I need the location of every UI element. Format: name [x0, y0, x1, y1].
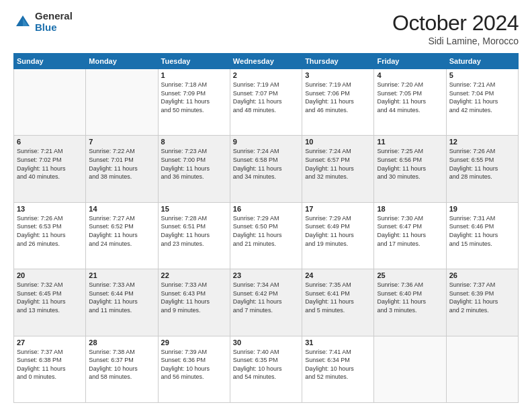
day-info: Sunrise: 7:24 AM Sunset: 6:58 PM Dayligh…	[233, 147, 299, 181]
day-info: Sunrise: 7:23 AM Sunset: 7:00 PM Dayligh…	[161, 147, 227, 181]
table-row: 11Sunrise: 7:25 AM Sunset: 6:56 PM Dayli…	[374, 136, 446, 202]
table-row: 22Sunrise: 7:33 AM Sunset: 6:43 PM Dayli…	[158, 269, 230, 336]
header: General Blue October 2024 Sidi Lamine, M…	[13, 11, 519, 46]
day-number: 8	[161, 138, 227, 146]
table-row: 30Sunrise: 7:40 AM Sunset: 6:35 PM Dayli…	[230, 336, 302, 402]
day-info: Sunrise: 7:35 AM Sunset: 6:41 PM Dayligh…	[305, 281, 371, 314]
day-info: Sunrise: 7:21 AM Sunset: 7:04 PM Dayligh…	[449, 81, 515, 114]
header-row: Sunday Monday Tuesday Wednesday Thursday…	[14, 54, 519, 69]
day-number: 16	[233, 205, 299, 213]
table-row: 9Sunrise: 7:24 AM Sunset: 6:58 PM Daylig…	[230, 136, 302, 202]
day-number: 12	[449, 138, 515, 146]
table-row: 7Sunrise: 7:22 AM Sunset: 7:01 PM Daylig…	[86, 136, 158, 202]
table-row: 14Sunrise: 7:27 AM Sunset: 6:52 PM Dayli…	[86, 202, 158, 269]
table-row: 5Sunrise: 7:21 AM Sunset: 7:04 PM Daylig…	[446, 69, 518, 136]
calendar-row: 27Sunrise: 7:37 AM Sunset: 6:38 PM Dayli…	[14, 336, 519, 402]
col-tuesday: Tuesday	[158, 54, 230, 69]
day-info: Sunrise: 7:18 AM Sunset: 7:09 PM Dayligh…	[161, 81, 227, 114]
col-friday: Friday	[374, 54, 446, 69]
col-sunday: Sunday	[14, 54, 86, 69]
logo-text: General Blue	[35, 11, 73, 33]
table-row: 20Sunrise: 7:32 AM Sunset: 6:45 PM Dayli…	[14, 269, 86, 336]
calendar: Sunday Monday Tuesday Wednesday Thursday…	[13, 53, 519, 403]
table-row: 21Sunrise: 7:33 AM Sunset: 6:44 PM Dayli…	[86, 269, 158, 336]
day-number: 4	[377, 71, 443, 79]
day-info: Sunrise: 7:40 AM Sunset: 6:35 PM Dayligh…	[233, 348, 299, 381]
day-number: 28	[89, 338, 154, 347]
day-info: Sunrise: 7:32 AM Sunset: 6:45 PM Dayligh…	[17, 281, 83, 314]
table-row: 29Sunrise: 7:39 AM Sunset: 6:36 PM Dayli…	[158, 336, 230, 402]
day-number: 30	[233, 338, 299, 347]
day-info: Sunrise: 7:33 AM Sunset: 6:44 PM Dayligh…	[89, 281, 154, 314]
day-number: 10	[305, 138, 371, 146]
logo-blue: Blue	[35, 22, 73, 34]
day-info: Sunrise: 7:26 AM Sunset: 6:53 PM Dayligh…	[17, 214, 83, 248]
day-info: Sunrise: 7:26 AM Sunset: 6:55 PM Dayligh…	[449, 147, 515, 181]
day-number: 9	[233, 138, 299, 146]
day-number: 14	[89, 205, 154, 213]
table-row: 2Sunrise: 7:19 AM Sunset: 7:07 PM Daylig…	[230, 69, 302, 136]
table-row: 25Sunrise: 7:36 AM Sunset: 6:40 PM Dayli…	[374, 269, 446, 336]
day-info: Sunrise: 7:22 AM Sunset: 7:01 PM Dayligh…	[89, 147, 154, 181]
day-number: 11	[377, 138, 443, 146]
page: General Blue October 2024 Sidi Lamine, M…	[0, 0, 532, 411]
day-number: 27	[17, 338, 83, 347]
day-number: 25	[377, 271, 443, 279]
day-number: 5	[449, 71, 515, 79]
day-info: Sunrise: 7:31 AM Sunset: 6:46 PM Dayligh…	[449, 214, 515, 248]
day-info: Sunrise: 7:34 AM Sunset: 6:42 PM Dayligh…	[233, 281, 299, 314]
table-row: 24Sunrise: 7:35 AM Sunset: 6:41 PM Dayli…	[302, 269, 374, 336]
day-number: 21	[89, 271, 154, 279]
col-wednesday: Wednesday	[230, 54, 302, 69]
day-info: Sunrise: 7:19 AM Sunset: 7:06 PM Dayligh…	[305, 81, 371, 114]
day-info: Sunrise: 7:29 AM Sunset: 6:49 PM Dayligh…	[305, 214, 371, 248]
calendar-row: 13Sunrise: 7:26 AM Sunset: 6:53 PM Dayli…	[14, 202, 519, 269]
day-number: 20	[17, 271, 83, 279]
table-row: 23Sunrise: 7:34 AM Sunset: 6:42 PM Dayli…	[230, 269, 302, 336]
table-row	[446, 336, 518, 402]
table-row: 12Sunrise: 7:26 AM Sunset: 6:55 PM Dayli…	[446, 136, 518, 202]
day-number: 13	[17, 205, 83, 213]
table-row: 16Sunrise: 7:29 AM Sunset: 6:50 PM Dayli…	[230, 202, 302, 269]
day-number: 17	[305, 205, 371, 213]
table-row: 17Sunrise: 7:29 AM Sunset: 6:49 PM Dayli…	[302, 202, 374, 269]
day-info: Sunrise: 7:38 AM Sunset: 6:37 PM Dayligh…	[89, 348, 154, 381]
table-row: 31Sunrise: 7:41 AM Sunset: 6:34 PM Dayli…	[302, 336, 374, 402]
day-info: Sunrise: 7:30 AM Sunset: 6:47 PM Dayligh…	[377, 214, 443, 248]
day-number: 22	[161, 271, 227, 279]
day-number: 15	[161, 205, 227, 213]
calendar-row: 20Sunrise: 7:32 AM Sunset: 6:45 PM Dayli…	[14, 269, 519, 336]
day-number: 24	[305, 271, 371, 279]
day-number: 6	[17, 138, 83, 146]
day-number: 23	[233, 271, 299, 279]
day-number: 3	[305, 71, 371, 79]
table-row: 15Sunrise: 7:28 AM Sunset: 6:51 PM Dayli…	[158, 202, 230, 269]
day-number: 19	[449, 205, 515, 213]
day-info: Sunrise: 7:19 AM Sunset: 7:07 PM Dayligh…	[233, 81, 299, 114]
day-info: Sunrise: 7:24 AM Sunset: 6:57 PM Dayligh…	[305, 147, 371, 181]
day-number: 7	[89, 138, 154, 146]
title-block: October 2024 Sidi Lamine, Morocco	[392, 11, 519, 46]
table-row: 28Sunrise: 7:38 AM Sunset: 6:37 PM Dayli…	[86, 336, 158, 402]
table-row: 19Sunrise: 7:31 AM Sunset: 6:46 PM Dayli…	[446, 202, 518, 269]
day-number: 2	[233, 71, 299, 79]
day-info: Sunrise: 7:41 AM Sunset: 6:34 PM Dayligh…	[305, 348, 371, 381]
logo-icon	[13, 13, 32, 32]
table-row: 10Sunrise: 7:24 AM Sunset: 6:57 PM Dayli…	[302, 136, 374, 202]
day-info: Sunrise: 7:37 AM Sunset: 6:39 PM Dayligh…	[449, 281, 515, 314]
table-row: 4Sunrise: 7:20 AM Sunset: 7:05 PM Daylig…	[374, 69, 446, 136]
table-row: 1Sunrise: 7:18 AM Sunset: 7:09 PM Daylig…	[158, 69, 230, 136]
table-row: 27Sunrise: 7:37 AM Sunset: 6:38 PM Dayli…	[14, 336, 86, 402]
table-row: 8Sunrise: 7:23 AM Sunset: 7:00 PM Daylig…	[158, 136, 230, 202]
day-info: Sunrise: 7:28 AM Sunset: 6:51 PM Dayligh…	[161, 214, 227, 248]
day-number: 26	[449, 271, 515, 279]
table-row: 13Sunrise: 7:26 AM Sunset: 6:53 PM Dayli…	[14, 202, 86, 269]
day-number: 1	[161, 71, 227, 79]
day-info: Sunrise: 7:37 AM Sunset: 6:38 PM Dayligh…	[17, 348, 83, 381]
title-month: October 2024	[392, 11, 519, 36]
col-thursday: Thursday	[302, 54, 374, 69]
table-row: 18Sunrise: 7:30 AM Sunset: 6:47 PM Dayli…	[374, 202, 446, 269]
col-saturday: Saturday	[446, 54, 518, 69]
table-row	[374, 336, 446, 402]
day-info: Sunrise: 7:39 AM Sunset: 6:36 PM Dayligh…	[161, 348, 227, 381]
